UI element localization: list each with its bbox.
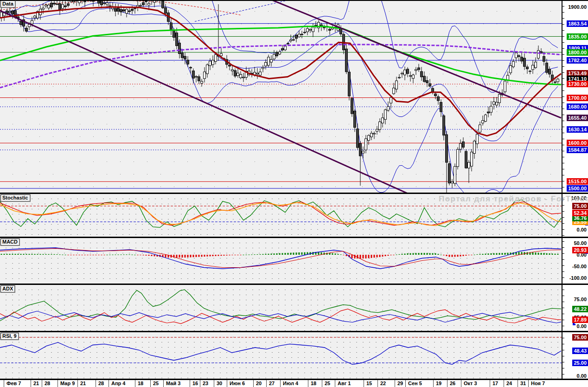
- date-label[interactable]: Июл 4: [283, 381, 298, 386]
- ma-dark-red: [0, 7, 561, 136]
- date-tick: [31, 380, 31, 387]
- date-label[interactable]: 25: [153, 381, 159, 386]
- macd-signal: [0, 249, 561, 268]
- panel-divider: [0, 237, 588, 238]
- price-scale-column[interactable]: 1900.001863.541835.001809.111800.001782.…: [562, 0, 588, 379]
- date-label[interactable]: 19: [436, 381, 441, 386]
- date-tick: [490, 380, 490, 387]
- date-tick: [433, 380, 434, 387]
- scale-label: 50.00: [572, 240, 588, 246]
- date-label[interactable]: 18: [311, 381, 316, 386]
- date-tick: [253, 380, 254, 387]
- price-badge: 75.00: [572, 334, 588, 341]
- date-label[interactable]: Фев 7: [6, 381, 21, 386]
- date-label[interactable]: Сен 5: [408, 381, 422, 386]
- date-label[interactable]: 24: [506, 381, 512, 386]
- scale-label: 1900.00: [567, 4, 588, 10]
- date-tick: [266, 380, 267, 387]
- price-badge: 1500.00: [567, 185, 588, 192]
- stoch-fast: [0, 200, 561, 227]
- panel-divider: [0, 379, 588, 380]
- stoch-panel-label: Stochastic: [0, 194, 31, 202]
- price-badge: 48.43: [572, 348, 588, 354]
- ma-green: [0, 26, 561, 84]
- date-tick: [518, 380, 518, 387]
- date-label[interactable]: 28: [98, 381, 104, 386]
- price-badge: 1680.00: [567, 103, 588, 110]
- date-tick: [447, 380, 447, 387]
- date-label[interactable]: 27: [269, 381, 275, 386]
- macd-histogram: [1, 252, 559, 258]
- date-tick: [96, 380, 96, 387]
- price-badge: 1600.00: [567, 140, 588, 146]
- price-chart[interactable]: [0, 0, 562, 193]
- date-label[interactable]: 22: [380, 381, 386, 386]
- price-badge: 1782.40: [567, 57, 588, 64]
- date-tick: [364, 380, 364, 387]
- price-panel[interactable]: Data: [0, 0, 562, 193]
- scale-label: 0.00: [575, 373, 588, 379]
- price-badge: 1630.14: [567, 126, 588, 133]
- date-label[interactable]: Авг 1: [338, 381, 351, 386]
- date-label[interactable]: 25: [325, 381, 330, 386]
- date-label[interactable]: 28: [45, 381, 50, 386]
- date-tick: [528, 380, 529, 387]
- date-tick: [322, 380, 322, 387]
- price-badge: 1700.00: [567, 95, 588, 101]
- aux-line: [195, 0, 306, 21]
- price-badge: 1655.40: [567, 115, 588, 121]
- date-tick: [504, 380, 504, 387]
- price-badge: 48.22: [572, 306, 588, 312]
- rsi-panel[interactable]: RSI, 9: [0, 332, 562, 379]
- adx-chart[interactable]: [0, 285, 562, 331]
- price-badge: 52.34: [572, 210, 588, 216]
- scale-tick-marks: [562, 0, 564, 379]
- date-label[interactable]: 30: [217, 381, 222, 386]
- panel-divider: [0, 0, 588, 1]
- bollinger-lower: [1, 8, 558, 193]
- date-label[interactable]: Июн 6: [230, 381, 245, 386]
- date-label[interactable]: 18: [138, 381, 143, 386]
- rsi-panel-label: RSI, 9: [0, 333, 19, 340]
- macd-panel[interactable]: MACD: [0, 238, 562, 284]
- date-label[interactable]: 15: [366, 381, 372, 386]
- date-tick: [58, 380, 58, 387]
- date-label[interactable]: Окт 3: [464, 381, 477, 386]
- bollinger-upper: [1, 0, 558, 92]
- price-badge: 1863.54: [567, 20, 588, 27]
- date-label[interactable]: Мар 9: [60, 381, 75, 386]
- macd-chart[interactable]: [0, 238, 562, 284]
- date-tick: [200, 380, 200, 387]
- date-tick: [109, 380, 109, 387]
- date-tick: [395, 380, 395, 387]
- price-badge: 20.93: [572, 247, 588, 253]
- date-label[interactable]: 29: [397, 381, 403, 386]
- date-tick: [150, 380, 151, 387]
- date-label[interactable]: Май 3: [166, 381, 180, 386]
- price-badge: 1730.00: [567, 81, 588, 87]
- time-axis[interactable]: Фев 72128Мар 92128Апр 41825Май 3162330Ию…: [0, 380, 588, 387]
- panel-divider: [0, 331, 588, 332]
- scale-label: 0.00: [575, 323, 588, 329]
- date-tick: [335, 380, 335, 387]
- date-tick: [42, 380, 42, 387]
- date-label[interactable]: 17: [492, 381, 498, 386]
- date-tick: [308, 380, 308, 387]
- macd-line: [0, 248, 561, 269]
- date-tick: [227, 380, 227, 387]
- adx-panel[interactable]: ADX: [0, 285, 562, 331]
- date-label[interactable]: 26: [450, 381, 455, 386]
- date-label[interactable]: 16: [192, 381, 198, 386]
- rsi-chart[interactable]: [0, 332, 562, 379]
- date-label[interactable]: 23: [203, 381, 208, 386]
- date-tick: [405, 380, 406, 387]
- date-tick: [190, 380, 190, 387]
- date-label[interactable]: Апр 4: [111, 381, 125, 386]
- trend-line: [0, 11, 420, 193]
- price-badge: 25.00: [572, 360, 588, 366]
- date-label[interactable]: 21: [33, 381, 39, 386]
- date-label[interactable]: 31: [520, 381, 526, 386]
- date-label[interactable]: 20: [256, 381, 262, 386]
- date-label[interactable]: Ноя 7: [531, 381, 545, 386]
- date-label[interactable]: 21: [80, 381, 86, 386]
